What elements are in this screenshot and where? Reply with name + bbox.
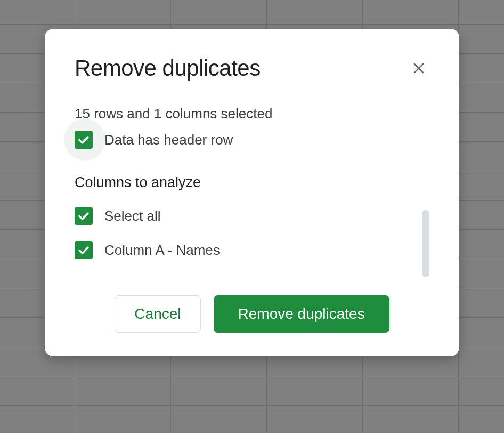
close-button[interactable]	[408, 58, 429, 79]
header-row-checkbox[interactable]	[75, 131, 93, 149]
column-label: Column A - Names	[104, 242, 220, 259]
selection-info: 15 rows and 1 columns selected	[75, 106, 429, 122]
dialog-header: Remove duplicates	[75, 55, 429, 81]
close-icon	[411, 61, 426, 76]
columns-section-heading: Columns to analyze	[75, 174, 429, 191]
check-icon	[77, 210, 90, 222]
column-option: Column A - Names	[75, 241, 410, 259]
check-icon	[77, 244, 90, 256]
header-row-label: Data has header row	[104, 132, 233, 148]
cancel-button[interactable]: Cancel	[115, 295, 200, 333]
select-all-option: Select all	[75, 207, 410, 225]
dialog-actions: Cancel Remove duplicates	[75, 295, 429, 333]
dialog-title: Remove duplicates	[75, 55, 261, 81]
remove-duplicates-button[interactable]: Remove duplicates	[214, 295, 389, 333]
columns-scrollbar[interactable]	[422, 210, 429, 277]
select-all-label: Select all	[104, 208, 161, 224]
select-all-checkbox[interactable]	[75, 207, 93, 225]
remove-duplicates-dialog: Remove duplicates 15 rows and 1 columns …	[45, 29, 459, 356]
check-icon	[77, 133, 90, 146]
columns-list: Select all Column A - Names	[75, 207, 429, 259]
header-row-option: Data has header row	[75, 131, 429, 149]
column-checkbox[interactable]	[75, 241, 93, 259]
